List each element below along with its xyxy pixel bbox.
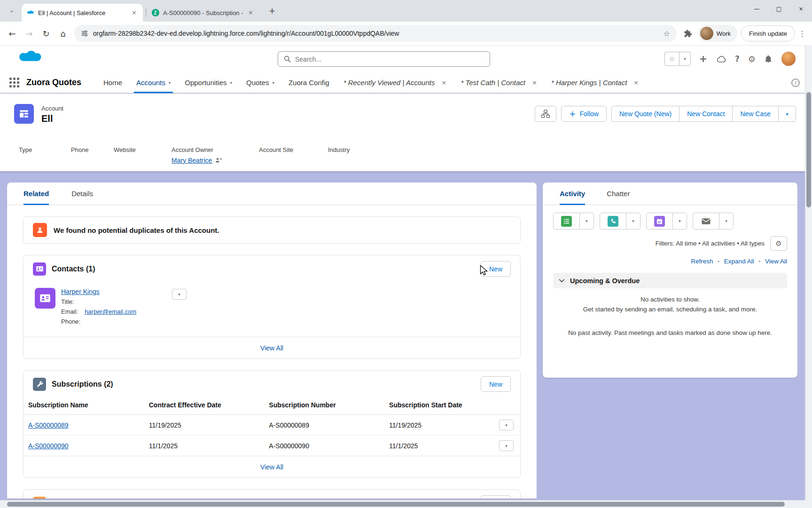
site-info-icon[interactable] [81, 30, 88, 37]
app-launcher-icon[interactable] [9, 78, 19, 87]
browser-tab-active[interactable]: Ell | Account | Salesforce × [22, 4, 143, 22]
forward-icon[interactable]: → [21, 25, 38, 42]
nav-item-accounts[interactable]: Accounts▾ [129, 72, 178, 93]
subscriptions-view-all-link[interactable]: View All [260, 463, 283, 471]
view-all-link[interactable]: View All [765, 258, 787, 265]
new-contact-button[interactable]: New Contact [679, 106, 732, 122]
tab-search-chevron-icon[interactable]: ⌄ [6, 7, 18, 16]
activity-composer: ▾ ▾ ▾ ▾ [543, 205, 797, 230]
hierarchy-button[interactable] [535, 106, 556, 122]
row-menu-button[interactable]: ▾ [499, 420, 514, 430]
bookmark-star-icon[interactable]: ☆ [663, 29, 670, 38]
horizontal-scrollbar[interactable] [0, 500, 805, 508]
tab-related[interactable]: Related [23, 183, 49, 205]
nav-item-harper-kings-contact[interactable]: * Harper Kings | Contact× [544, 72, 646, 93]
new-case-button[interactable]: New Case [732, 106, 778, 122]
contact-row-menu-button[interactable]: ▾ [172, 289, 187, 300]
nav-item-recently-viewed-accounts[interactable]: * Recently Viewed | Accounts× [336, 72, 454, 93]
tab-details[interactable]: Details [71, 183, 93, 205]
tab-close-icon[interactable]: × [130, 9, 138, 17]
subscriptions-title: Subscriptions (2) [52, 380, 113, 389]
nav-item-test-cath-contact[interactable]: * Test Cath | Contact× [453, 72, 544, 93]
url-bar[interactable]: orgfarm-28298b2342-dev-ed.develop.lightn… [74, 25, 677, 42]
log-a-call-button[interactable] [600, 213, 626, 230]
close-icon[interactable]: × [441, 79, 446, 86]
chevron-down-icon[interactable]: ▾ [272, 80, 274, 85]
back-icon[interactable]: ← [4, 25, 21, 42]
refresh-link[interactable]: Refresh [691, 258, 713, 265]
horizontal-scrollbar-thumb[interactable] [7, 502, 785, 507]
new-task-button[interactable] [553, 213, 580, 230]
subscriptions-new-button[interactable]: New [481, 376, 511, 392]
new-tab-button[interactable]: + [266, 5, 278, 17]
profile-avatar [700, 27, 713, 40]
minimize-button[interactable]: — [746, 0, 768, 18]
contact-email-link[interactable]: harper@email.com [85, 308, 136, 315]
nav-item-quotes[interactable]: Quotes▾ [239, 72, 281, 93]
expand-all-link[interactable]: Expand All [724, 258, 754, 265]
subscription-link[interactable]: A-S00000089 [28, 421, 69, 429]
refresh-icon[interactable]: ↻ [38, 25, 55, 42]
chevron-down-icon[interactable]: ▾ [230, 80, 232, 85]
opportunities-card: Opportunities (1) New [23, 489, 521, 499]
contact-name-link[interactable]: Harper Kings [61, 288, 100, 295]
new-quote-button[interactable]: New Quote (New) [611, 106, 679, 122]
global-actions-icon[interactable] [699, 55, 707, 63]
new-event-button[interactable] [646, 213, 673, 230]
log-a-call-dropdown[interactable]: ▾ [626, 213, 640, 230]
close-icon[interactable]: × [633, 79, 639, 86]
row-menu-button[interactable]: ▾ [499, 440, 514, 451]
account-owner-link[interactable]: Mary Beatrice [172, 157, 212, 164]
new-task-dropdown[interactable]: ▾ [580, 213, 594, 230]
favorites-star-icon[interactable]: ☆ [665, 52, 679, 65]
chevron-down-icon[interactable]: ▾ [169, 80, 171, 85]
email-button[interactable] [693, 213, 719, 230]
user-avatar[interactable] [781, 51, 796, 66]
event-icon [654, 216, 665, 227]
vertical-scrollbar[interactable] [805, 45, 812, 500]
more-actions-button[interactable]: ▾ [778, 106, 796, 122]
account-icon [14, 104, 34, 124]
nav-item-opportunities[interactable]: Opportunities▾ [178, 72, 239, 93]
tab-activity[interactable]: Activity [560, 183, 585, 205]
contacts-title: Contacts (1) [52, 265, 95, 273]
nav-item-zuora-config[interactable]: Zuora Config [281, 72, 336, 93]
browser-menu-icon[interactable]: ⋮ [797, 29, 807, 38]
account-header: Account Ell + Follow New Quote (New) New… [0, 94, 812, 171]
duplicates-card: We found no potential duplicates of this… [23, 216, 521, 244]
notifications-bell-icon[interactable] [764, 55, 773, 64]
entity-label: Account [41, 105, 63, 112]
tab-chatter[interactable]: Chatter [607, 183, 630, 205]
vertical-scrollbar-thumb[interactable] [806, 92, 811, 207]
email-dropdown[interactable]: ▾ [719, 213, 734, 230]
global-search[interactable] [278, 51, 490, 67]
table-row: A-S00000089 11/19/2025 A-S00000089 11/19… [23, 415, 520, 436]
help-icon[interactable]: ? [735, 54, 740, 64]
opportunities-new-button[interactable]: New [481, 495, 511, 499]
activity-panel: Activity Chatter ▾ ▾ [543, 183, 797, 378]
close-window-button[interactable]: × [790, 0, 812, 18]
search-input[interactable] [295, 56, 484, 63]
new-event-dropdown[interactable]: ▾ [673, 213, 687, 230]
maximize-button[interactable]: □ [768, 0, 790, 18]
follow-button[interactable]: + Follow [561, 106, 607, 122]
profile-chip[interactable]: Work [698, 25, 737, 42]
setup-gear-icon[interactable]: ⚙ [748, 54, 756, 64]
nav-item-home[interactable]: Home [96, 72, 129, 93]
finish-update-button[interactable]: Finish update [741, 25, 795, 41]
info-icon[interactable]: i [791, 79, 800, 87]
contacts-view-all-link[interactable]: View All [260, 344, 283, 352]
change-owner-icon[interactable] [215, 157, 222, 163]
tab-close-icon[interactable]: × [247, 9, 255, 17]
subscription-link[interactable]: A-S00000090 [28, 442, 69, 450]
plus-icon: + [569, 110, 576, 118]
close-icon[interactable]: × [532, 79, 537, 86]
home-icon[interactable]: ⌂ [55, 25, 71, 42]
guidance-cloud-icon[interactable] [716, 55, 726, 63]
activity-settings-button[interactable]: ⚙ [770, 236, 787, 251]
favorites-chevron-icon[interactable]: ▾ [679, 52, 690, 65]
extensions-icon[interactable] [679, 25, 696, 42]
contacts-new-button[interactable]: New [481, 261, 511, 277]
browser-tab-inactive[interactable]: Z A-S00000090 - Subscription - Z × [147, 4, 259, 22]
upcoming-overdue-section[interactable]: Upcoming & Overdue [553, 273, 787, 288]
